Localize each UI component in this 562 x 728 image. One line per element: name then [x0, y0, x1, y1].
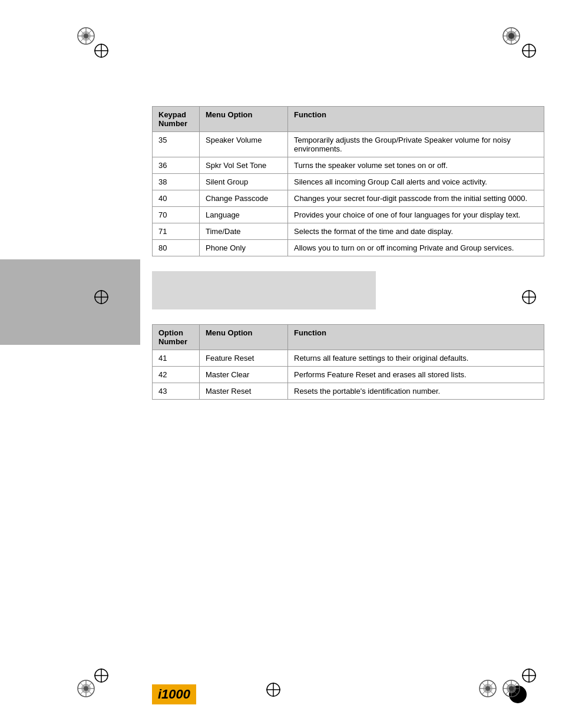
row-function: Resets the portable's identification num…: [288, 383, 544, 400]
footer: i1000: [140, 684, 562, 704]
reg-mark-br-outer: [502, 679, 521, 700]
gray-separator-box: [152, 271, 376, 309]
svg-point-16: [508, 33, 514, 39]
row-menu: Silent Group: [200, 174, 288, 190]
table-row: 71 Time/Date Selects the format of the t…: [153, 223, 544, 240]
table-row: 70 Language Provides your choice of one …: [153, 207, 544, 223]
reg-mark-bl-inner: [93, 667, 110, 686]
page: Keypad Number Menu Option Function 35 Sp…: [0, 0, 562, 728]
row-function: Performs Feature Reset and erases all st…: [288, 367, 544, 383]
sidebar-gray: [0, 259, 140, 345]
table-row: 40 Change Passcode Changes your secret f…: [153, 190, 544, 207]
row-menu: Time/Date: [200, 223, 288, 240]
main-content: Keypad Number Menu Option Function 35 Sp…: [140, 106, 562, 400]
reg-mark-ml: [93, 289, 110, 307]
reg-mark-tr-outer: [502, 27, 521, 47]
table-row: 38 Silent Group Silences all incoming Gr…: [153, 174, 544, 190]
row-function: Temporarily adjusts the Group/Private Sp…: [288, 132, 544, 157]
table2-header-menu: Menu Option: [200, 325, 288, 350]
table-row: 35 Speaker Volume Temporarily adjusts th…: [153, 132, 544, 157]
row-keypad: 36: [153, 157, 200, 174]
row-keypad: 70: [153, 207, 200, 223]
table2-header-function: Function: [288, 325, 544, 350]
table2-header-option: OptionNumber: [153, 325, 200, 350]
table-row: 42 Master Clear Performs Feature Reset a…: [153, 367, 544, 383]
row-option: 42: [153, 367, 200, 383]
row-menu: Feature Reset: [200, 350, 288, 367]
table-keypad: Keypad Number Menu Option Function 35 Sp…: [152, 106, 544, 256]
row-option: 43: [153, 383, 200, 400]
row-keypad: 80: [153, 240, 200, 256]
product-name-label: i1000: [152, 684, 196, 704]
row-keypad: 40: [153, 190, 200, 207]
row-menu: Language: [200, 207, 288, 223]
row-menu: Master Clear: [200, 367, 288, 383]
svg-point-55: [509, 686, 514, 691]
row-option: 41: [153, 350, 200, 367]
row-function: Changes your secret four-digit passcode …: [288, 190, 544, 207]
table-options: OptionNumber Menu Option Function 41 Fea…: [152, 324, 544, 400]
row-function: Selects the format of the time and date …: [288, 223, 544, 240]
svg-point-6: [84, 34, 88, 38]
svg-point-45: [485, 686, 490, 691]
table1-header-function: Function: [288, 107, 544, 132]
table-row: 43 Master Reset Resets the portable's id…: [153, 383, 544, 400]
reg-mark-tr-inner: [521, 42, 537, 61]
svg-point-32: [84, 686, 88, 691]
reg-mark-br-inner2: [478, 679, 497, 700]
row-menu: Speaker Volume: [200, 132, 288, 157]
table1-header-keypad: Keypad Number: [153, 107, 200, 132]
row-menu: Master Reset: [200, 383, 288, 400]
table-row: 36 Spkr Vol Set Tone Turns the speaker v…: [153, 157, 544, 174]
table-row: 80 Phone Only Allows you to turn on or o…: [153, 240, 544, 256]
reg-mark-tl-inner: [93, 42, 110, 61]
row-menu: Change Passcode: [200, 190, 288, 207]
row-function: Silences all incoming Group Call alerts …: [288, 174, 544, 190]
row-function: Returns all feature settings to their or…: [288, 350, 544, 367]
reg-mark-bm: [265, 681, 282, 700]
row-keypad: 38: [153, 174, 200, 190]
row-keypad: 71: [153, 223, 200, 240]
row-function: Turns the speaker volume set tones on or…: [288, 157, 544, 174]
row-menu: Spkr Vol Set Tone: [200, 157, 288, 174]
row-function: Provides your choice of one of four lang…: [288, 207, 544, 223]
row-function: Allows you to turn on or off incoming Pr…: [288, 240, 544, 256]
row-menu: Phone Only: [200, 240, 288, 256]
row-keypad: 35: [153, 132, 200, 157]
reg-mark-br-inner: [521, 667, 537, 686]
table1-header-menu: Menu Option: [200, 107, 288, 132]
table-row: 41 Feature Reset Returns all feature set…: [153, 350, 544, 367]
